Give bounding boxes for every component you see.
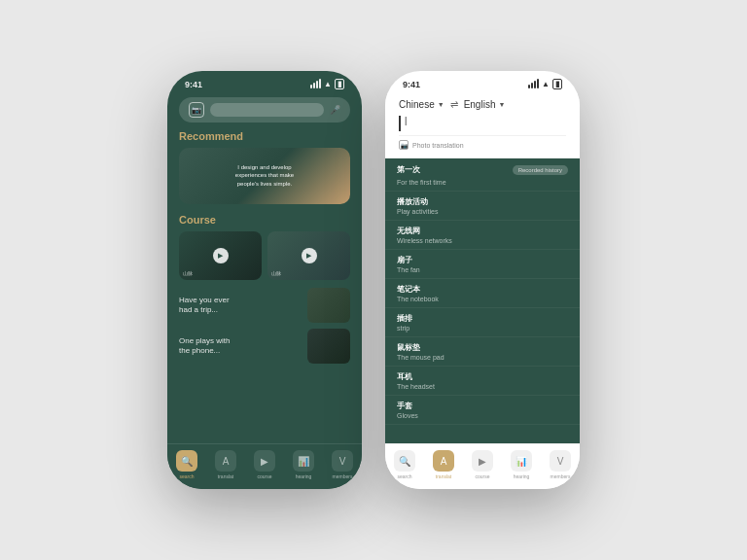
from-lang-select[interactable]: Chinese ▼ xyxy=(399,99,445,110)
text-course-2[interactable]: One plays withthe phone... xyxy=(179,329,350,364)
nav2-translat[interactable]: A translat xyxy=(433,450,454,479)
course-stats-1: 山脉 xyxy=(183,270,193,276)
time-2: 9:41 xyxy=(403,80,420,89)
members-nav-label: members xyxy=(333,473,353,479)
course-video-2[interactable]: ▶ 山脉 xyxy=(267,231,350,280)
text-course-label-1: Have you everhad a trip... xyxy=(179,296,300,316)
swap-languages-icon[interactable]: ⇌ xyxy=(450,99,458,110)
nav-hearing[interactable]: 📊 hearing xyxy=(293,450,314,479)
hearing-nav-label: hearing xyxy=(296,473,312,479)
history-first-en: For the first time xyxy=(385,179,580,192)
wifi-icon: ▲ xyxy=(324,80,332,88)
history-item-6[interactable]: 鼠标垫 The mouse pad xyxy=(385,337,580,367)
translat2-nav-icon: A xyxy=(433,450,454,472)
input-cursor: | xyxy=(405,116,407,125)
search-input[interactable] xyxy=(210,103,324,117)
translate-langs: Chinese ▼ ⇌ English ▼ xyxy=(399,99,566,110)
search-bar[interactable]: 📷 🎤 xyxy=(179,97,350,122)
nav2-hearing[interactable]: 📊 hearing xyxy=(511,450,532,479)
translat-nav-icon: A xyxy=(215,450,236,472)
history-item-8[interactable]: 手套 Gloves xyxy=(385,396,580,425)
to-lang-select[interactable]: English ▼ xyxy=(464,99,506,110)
history-item-4[interactable]: 笔记本 The notebook xyxy=(385,279,580,308)
status-bar-1: 9:41 ▲ ▮ xyxy=(167,71,362,93)
course-video-1[interactable]: ▶ 山脉 xyxy=(179,231,262,280)
course-grid: ▶ 山脉 ▶ 山脉 xyxy=(179,231,350,280)
status-bar-2: 9:41 ▲ ▮ xyxy=(385,71,580,93)
translat-nav-label: translat xyxy=(218,473,233,479)
hearing-nav-icon: 📊 xyxy=(293,450,314,472)
to-lang-chevron: ▼ xyxy=(498,101,505,108)
phone-1: 9:41 ▲ ▮ 📷 🎤 Recommend I de xyxy=(167,71,362,489)
nav-members[interactable]: V members xyxy=(332,450,353,479)
text-course-thumb-2 xyxy=(307,329,350,364)
hearing2-nav-icon: 📊 xyxy=(511,450,532,472)
nav-search[interactable]: 🔍 search xyxy=(176,450,197,479)
text-course-thumb-1 xyxy=(307,288,350,323)
time-1: 9:41 xyxy=(185,80,202,89)
history-list: 第一次 Recorded history For the first time … xyxy=(385,158,580,443)
from-lang-label: Chinese xyxy=(399,99,435,110)
phone1-content: Recommend I design and developexperience… xyxy=(167,130,362,443)
photo-translate-icon: 📷 xyxy=(399,140,409,150)
hero-card[interactable]: I design and developexperiences that mak… xyxy=(179,148,350,204)
members2-nav-icon: V xyxy=(550,450,571,472)
battery-icon-2: ▮ xyxy=(552,79,562,89)
from-lang-chevron: ▼ xyxy=(438,101,445,108)
members-nav-icon: V xyxy=(332,450,353,472)
search2-nav-icon: 🔍 xyxy=(394,450,415,472)
bottom-nav-2: 🔍 search A translat ▶ course 📊 hearing V… xyxy=(385,443,580,489)
mic-icon: 🎤 xyxy=(330,105,340,115)
photo-translate-row[interactable]: 📷 Photo translation xyxy=(399,135,566,150)
play-button-2[interactable]: ▶ xyxy=(302,248,317,263)
phone-2: 9:41 ▲ ▮ Chinese ▼ ⇌ xyxy=(385,71,580,489)
hero-text: I design and developexperiences that mak… xyxy=(235,163,294,188)
status-icons-1: ▲ ▮ xyxy=(310,79,344,89)
search2-nav-label: search xyxy=(397,473,411,479)
nav2-members[interactable]: V members xyxy=(550,450,571,479)
history-item-5[interactable]: 插排 strip xyxy=(385,308,580,337)
battery-icon: ▮ xyxy=(335,79,344,89)
course-stats-2: 山脉 xyxy=(271,270,281,276)
course2-nav-icon: ▶ xyxy=(472,450,493,472)
bottom-nav-1: 🔍 search A translat ▶ course 📊 hearing V… xyxy=(167,443,362,489)
camera-icon: 📷 xyxy=(189,102,204,118)
history-item-3[interactable]: 扇子 The fan xyxy=(385,250,580,279)
nav2-course[interactable]: ▶ course xyxy=(472,450,493,479)
signal-icon-2 xyxy=(528,81,539,88)
text-course-1[interactable]: Have you everhad a trip... xyxy=(179,288,350,323)
search-nav-label: search xyxy=(179,473,194,479)
to-lang-label: English xyxy=(464,99,496,110)
nav2-search[interactable]: 🔍 search xyxy=(394,450,415,479)
translate-bar: Chinese ▼ ⇌ English ▼ | 📷 Photo translat… xyxy=(385,93,580,158)
history-first-cn: 第一次 xyxy=(397,164,420,175)
course-nav-label: course xyxy=(257,473,271,479)
wifi-icon-2: ▲ xyxy=(542,80,550,88)
hearing2-nav-label: hearing xyxy=(514,473,530,479)
history-header: 第一次 Recorded history xyxy=(385,158,580,179)
history-item-1[interactable]: 播放活动 Play activities xyxy=(385,192,580,221)
text-course-label-2: One plays withthe phone... xyxy=(179,336,300,357)
status-icons-2: ▲ ▮ xyxy=(528,79,562,89)
history-badge: Recorded history xyxy=(513,165,568,175)
members2-nav-label: members xyxy=(551,473,571,479)
translat2-nav-label: translat xyxy=(436,473,451,479)
signal-icon xyxy=(310,81,321,88)
recommend-title: Recommend xyxy=(179,130,350,142)
history-item-2[interactable]: 无线网 Wireless networks xyxy=(385,221,580,250)
nav-translat[interactable]: A translat xyxy=(215,450,236,479)
nav-course[interactable]: ▶ course xyxy=(254,450,275,479)
translate-input[interactable]: | xyxy=(399,116,566,131)
play-button-1[interactable]: ▶ xyxy=(213,248,229,263)
search-nav-icon: 🔍 xyxy=(176,450,197,472)
course2-nav-label: course xyxy=(475,473,489,479)
history-item-7[interactable]: 耳机 The headset xyxy=(385,367,580,396)
course-nav-icon: ▶ xyxy=(254,450,275,472)
photo-translate-label: Photo translation xyxy=(412,142,464,149)
course-title: Course xyxy=(179,214,350,226)
